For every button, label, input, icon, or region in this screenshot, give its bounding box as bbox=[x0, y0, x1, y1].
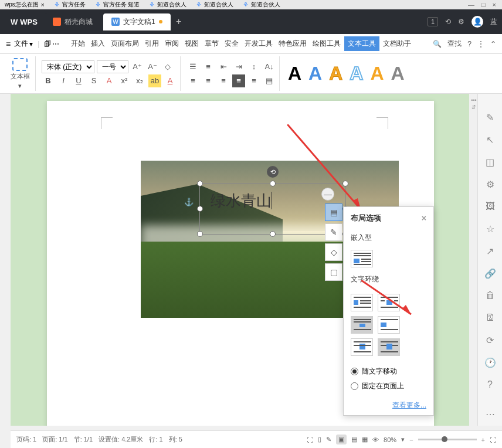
search-icon[interactable]: 🔍 bbox=[433, 40, 442, 48]
format-painter-button[interactable]: ✎ bbox=[325, 223, 342, 241]
more-sidebar-icon[interactable]: ⋯ bbox=[484, 408, 496, 420]
wordart-style-5[interactable]: A bbox=[370, 63, 384, 84]
outline-view-icon[interactable]: ▤ bbox=[351, 436, 357, 443]
layout-options-button[interactable]: ▤ bbox=[325, 203, 342, 221]
size-select[interactable]: 一号 bbox=[97, 60, 128, 73]
resize-handle[interactable] bbox=[342, 181, 348, 186]
wordart-style-1[interactable]: A bbox=[288, 63, 301, 84]
zoom-slider[interactable] bbox=[418, 439, 477, 440]
refresh-icon[interactable]: ⟳ bbox=[484, 334, 496, 346]
textbox-button[interactable]: 文本框▾ bbox=[8, 58, 32, 90]
text-direction-button[interactable]: A↓ bbox=[263, 60, 276, 73]
browser-tab[interactable]: wps怎么在图× bbox=[0, 1, 49, 9]
menu-dev[interactable]: 开发工具 bbox=[242, 36, 275, 51]
document-canvas[interactable]: ⚓ ⟲ 绿水青山 — ▤ ✎ ◇ ▢ 布局选项 × 嵌入型 bbox=[11, 94, 469, 426]
menu-special[interactable]: 特色应用 bbox=[276, 36, 309, 51]
bold-button[interactable]: B bbox=[42, 74, 55, 87]
align-left-button[interactable]: ≡ bbox=[186, 74, 199, 87]
status-page[interactable]: 页面: 1/1 bbox=[42, 435, 67, 444]
fixed-position-radio[interactable]: 固定在页面上 bbox=[351, 381, 426, 391]
browser-tab[interactable]: ⚘知道合伙人 bbox=[238, 1, 285, 9]
browser-tab[interactable]: ⚘知道合伙人 bbox=[144, 1, 191, 9]
font-effect-button[interactable]: A bbox=[103, 74, 116, 87]
resize-handle[interactable] bbox=[270, 231, 276, 237]
increase-size-button[interactable]: A⁺ bbox=[131, 60, 144, 73]
collapse-badge[interactable]: — bbox=[321, 188, 334, 201]
settings-tool-icon[interactable]: ⚙ bbox=[484, 178, 496, 190]
wrap-topbottom-option[interactable] bbox=[378, 316, 400, 334]
italic-button[interactable]: I bbox=[57, 74, 70, 87]
resize-handle[interactable] bbox=[270, 181, 276, 186]
wordart-gallery[interactable]: A A A A A A bbox=[282, 56, 411, 91]
menu-layout[interactable]: 页面布局 bbox=[108, 36, 141, 51]
minimize-button[interactable]: — bbox=[468, 1, 474, 8]
menu-view[interactable]: 视图 bbox=[182, 36, 201, 51]
menu-helper[interactable]: 文档助手 bbox=[381, 36, 413, 51]
close-button[interactable]: × bbox=[493, 1, 496, 8]
notification-badge[interactable]: 1 bbox=[428, 17, 438, 26]
font-select[interactable]: 宋体 (正文) bbox=[42, 60, 94, 73]
trash-icon[interactable]: 🗑 bbox=[484, 290, 496, 301]
browser-tab[interactable]: ⚘知道合伙人 bbox=[191, 1, 238, 9]
status-page-num[interactable]: 页码: 1 bbox=[16, 435, 36, 444]
help-icon[interactable]: ? bbox=[467, 40, 472, 48]
menu-text-tools[interactable]: 文本工具 bbox=[344, 36, 379, 51]
spacing-button[interactable]: ↕ bbox=[247, 60, 260, 73]
align-center-button[interactable]: ≡ bbox=[202, 74, 215, 87]
zoom-level[interactable]: 80% bbox=[384, 436, 396, 443]
wrap-through-option[interactable] bbox=[351, 316, 373, 334]
numbering-button[interactable]: ≡ bbox=[202, 60, 215, 73]
star-icon[interactable]: ☆ bbox=[484, 223, 496, 235]
user-avatar[interactable]: 👤 bbox=[472, 16, 483, 28]
superscript-button[interactable]: x² bbox=[118, 74, 131, 87]
settings-icon[interactable]: ⚙ bbox=[458, 18, 464, 26]
wordart-style-2[interactable]: A bbox=[308, 63, 322, 84]
font-color-button[interactable]: A bbox=[164, 74, 177, 87]
search-label[interactable]: 查找 bbox=[447, 39, 462, 49]
wrap-front-option[interactable] bbox=[378, 338, 400, 356]
maximize-button[interactable]: □ bbox=[481, 1, 486, 8]
eye-icon[interactable]: 👁 bbox=[372, 436, 379, 443]
help-sidebar-icon[interactable]: ? bbox=[484, 379, 496, 391]
panel-close-button[interactable]: × bbox=[422, 213, 426, 223]
reading-view-icon[interactable]: ▯ bbox=[318, 436, 321, 443]
image-icon[interactable]: 🖻 bbox=[484, 312, 496, 324]
more-icon[interactable]: ⋯ bbox=[52, 40, 59, 48]
pencil-icon[interactable]: ✎ bbox=[484, 111, 496, 123]
underline-button[interactable]: U bbox=[72, 74, 85, 87]
text-content[interactable]: 绿水青山 bbox=[211, 192, 272, 209]
distribute-button[interactable]: ≡ bbox=[247, 74, 260, 87]
wrap-square-option[interactable] bbox=[351, 294, 373, 311]
history-icon[interactable]: 🕐 bbox=[484, 357, 496, 368]
resize-handle[interactable] bbox=[197, 206, 203, 212]
strikethrough-button[interactable]: S bbox=[87, 74, 100, 87]
menu-section[interactable]: 章节 bbox=[202, 36, 221, 51]
wordart-style-4[interactable]: A bbox=[350, 63, 363, 84]
rotate-handle[interactable]: ⟲ bbox=[267, 166, 279, 178]
align-right-button[interactable]: ≡ bbox=[217, 74, 230, 87]
wordart-style-6[interactable]: A bbox=[391, 63, 405, 84]
menu-insert[interactable]: 插入 bbox=[89, 36, 107, 51]
fullscreen-icon[interactable]: ⛶ bbox=[307, 436, 313, 443]
wrap-behind-option[interactable] bbox=[351, 338, 373, 356]
see-more-link[interactable]: 查看更多... bbox=[344, 396, 433, 415]
file-menu[interactable]: 文件▾ bbox=[14, 39, 33, 49]
align-justify-button[interactable]: ≡ bbox=[232, 74, 245, 87]
wrap-inline-option[interactable] bbox=[351, 250, 373, 267]
menu-security[interactable]: 安全 bbox=[222, 36, 241, 51]
print-layout-icon[interactable]: ▣ bbox=[336, 435, 347, 444]
subscript-button[interactable]: x₂ bbox=[133, 74, 146, 87]
browser-tab[interactable]: ⚘官方任务 bbox=[49, 1, 90, 9]
tab-store[interactable]: 稻壳商城 bbox=[45, 13, 101, 30]
wrap-tight-option[interactable] bbox=[378, 294, 400, 311]
sync-icon[interactable]: ⟲ bbox=[445, 18, 451, 26]
tab-document[interactable]: W文字文稿1 bbox=[103, 13, 171, 30]
indent-left-button[interactable]: ⇤ bbox=[217, 60, 230, 73]
menu-start[interactable]: 开始 bbox=[69, 36, 87, 51]
web-layout-icon[interactable]: ▦ bbox=[362, 436, 368, 443]
link-icon[interactable]: 🔗 bbox=[484, 267, 496, 279]
decrease-size-button[interactable]: A⁻ bbox=[146, 60, 159, 73]
select-icon[interactable]: ↖ bbox=[484, 134, 496, 145]
collapse-ribbon-icon[interactable]: ⌃ bbox=[490, 40, 496, 48]
shape-fill-button[interactable]: ◇ bbox=[325, 243, 342, 261]
